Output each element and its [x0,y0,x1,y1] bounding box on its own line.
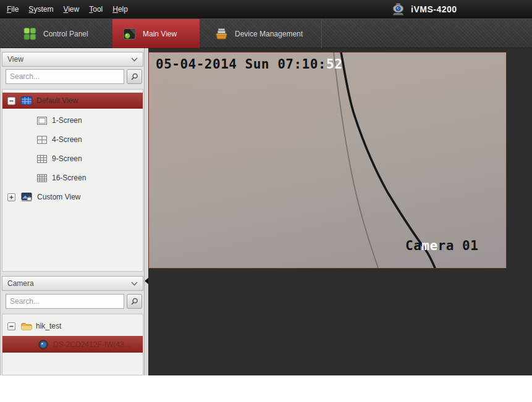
video-area: 05-04-2014 Sun 07:10:52 Camera 01 [148,48,532,375]
custom-view-icon [21,193,32,202]
tree-item-hik-test[interactable]: hik_test [2,319,143,333]
expand-plus-icon[interactable] [7,193,15,201]
screen-16-icon [37,174,47,182]
tree-item-default-view[interactable]: Default View [2,93,143,109]
menu-file[interactable]: File [2,0,23,19]
tab-control-panel-label: Control Panel [43,30,88,38]
camera-search-input[interactable] [6,294,124,309]
view-search-input[interactable] [6,69,124,84]
tab-device-management[interactable]: Device Management [200,19,322,48]
view-search-row [6,69,142,85]
sidebar: View [0,48,144,375]
search-icon [130,73,138,81]
menu-system[interactable]: System [23,0,58,19]
screen-1-icon [37,117,47,125]
view-panel-header[interactable]: View [2,52,143,67]
video-tile-camera-01[interactable]: 05-04-2014 Sun 07:10:52 Camera 01 [148,52,507,269]
camera-search-row [6,294,142,310]
view-tree: Default View 1-Screen [2,89,143,272]
search-icon [130,298,138,306]
menu-tool[interactable]: Tool [84,0,108,19]
tree-item-1-screen[interactable]: 1-Screen [2,112,143,128]
chevron-down-icon[interactable] [131,282,138,286]
tree-item-label: 1-Screen [52,116,82,125]
video-feed-cables [149,52,506,268]
osd-timestamp: 05-04-2014 Sun 07:10:52 [156,57,342,72]
menu-help[interactable]: Help [108,0,133,19]
camera-logo-icon [391,3,406,16]
content-area: View [0,48,532,375]
tab-device-management-label: Device Management [235,30,303,38]
tree-item-label: 9-Screen [52,154,82,163]
main-view-icon [123,28,137,40]
camera-tree: hik_test DS-2CD2412F-IW(43... [2,314,143,375]
chevron-down-icon[interactable] [131,57,138,62]
menu-view[interactable]: View [58,0,84,19]
tree-item-camera-ds2cd2412f[interactable]: DS-2CD2412F-IW(43... [2,336,143,353]
app-title: iVMS-4200 [411,4,457,14]
tree-item-label: 4-Screen [52,135,82,144]
camera-panel-title: Camera [7,279,34,288]
camera-device-icon [38,340,48,350]
tab-main-view-label: Main View [143,30,177,38]
collapse-minus-icon[interactable] [7,322,15,330]
tree-item-16-screen[interactable]: 16-Screen [2,170,143,186]
tab-main-view[interactable]: Main View [112,19,200,48]
device-management-icon [215,28,229,40]
collapse-minus-icon[interactable] [7,97,15,105]
camera-search-button[interactable] [127,294,142,309]
osd-camera-label: Camera 01 [405,238,478,253]
tree-item-4-screen[interactable]: 4-Screen [2,132,143,148]
control-panel-icon [23,28,37,40]
menu-bar: File System View Tool Help iVMS-4200 [0,0,532,19]
default-view-icon [21,96,32,105]
tree-item-label: Default View [36,96,78,105]
tree-item-label: 16-Screen [52,174,86,182]
camera-panel-header[interactable]: Camera [2,276,143,291]
tree-item-9-screen[interactable]: 9-Screen [2,151,143,167]
tab-bar: Control Panel Main View [0,19,532,48]
app-logo: iVMS-4200 [391,0,457,19]
tree-item-label: DS-2CD2412F-IW(43... [53,340,130,349]
screen-4-icon [37,136,47,144]
tree-item-label: Custom View [37,193,80,201]
tree-item-custom-view[interactable]: Custom View [2,189,143,205]
sidebar-splitter[interactable] [144,48,148,375]
screen-9-icon [37,155,47,163]
view-panel-title: View [7,55,23,64]
folder-icon [21,322,32,330]
ivms-window: File System View Tool Help iVMS-4200 [0,0,532,402]
tab-control-panel[interactable]: Control Panel [17,19,112,48]
view-search-button[interactable] [127,69,142,84]
tree-item-label: hik_test [36,322,61,330]
